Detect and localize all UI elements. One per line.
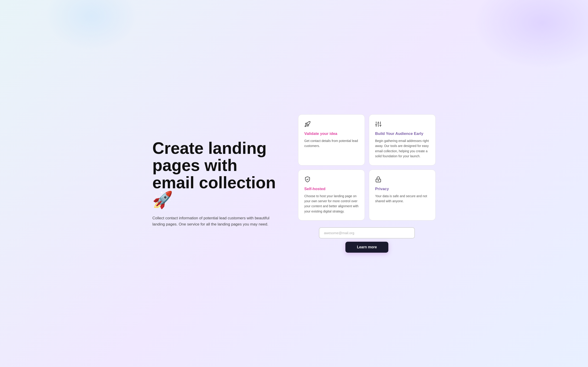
card-audience-desc: Begin gathering email addresses right aw… (375, 138, 429, 159)
right-section: Validate your idea Get contact details f… (298, 114, 436, 253)
page-layout: Create landing pages with email collecti… (134, 0, 454, 367)
card-validate-desc: Get contact details from potential lead … (304, 138, 359, 149)
svg-point-10 (378, 180, 379, 181)
card-validate-title: Validate your idea (304, 132, 359, 136)
form-area: Learn more (298, 227, 436, 253)
card-privacy: Privacy Your data is safe and secure and… (369, 170, 436, 221)
left-section: Create landing pages with email collecti… (152, 140, 280, 227)
bg-blob-left (46, 0, 137, 50)
lock-icon (375, 176, 429, 184)
shield-check-icon (304, 176, 359, 184)
hero-subtitle: Collect contact information of potential… (152, 215, 271, 227)
card-privacy-title: Privacy (375, 187, 429, 191)
card-selfhosted-title: Self-hosted (304, 187, 359, 191)
card-audience: Build Your Audience Early Begin gatherin… (369, 114, 436, 166)
rocket-icon (304, 121, 359, 128)
bg-blob-right (474, 0, 588, 68)
sliders-icon (375, 121, 429, 128)
cards-grid: Validate your idea Get contact details f… (298, 114, 436, 220)
card-privacy-desc: Your data is safe and secure and not sha… (375, 193, 429, 204)
card-validate: Validate your idea Get contact details f… (298, 114, 365, 166)
hero-title: Create landing pages with email collecti… (152, 140, 280, 209)
card-selfhosted: Self-hosted Choose to host your landing … (298, 170, 365, 221)
email-input[interactable] (319, 227, 415, 239)
learn-more-button[interactable]: Learn more (345, 242, 388, 253)
card-audience-title: Build Your Audience Early (375, 132, 429, 136)
card-selfhosted-desc: Choose to host your landing page on your… (304, 193, 359, 214)
